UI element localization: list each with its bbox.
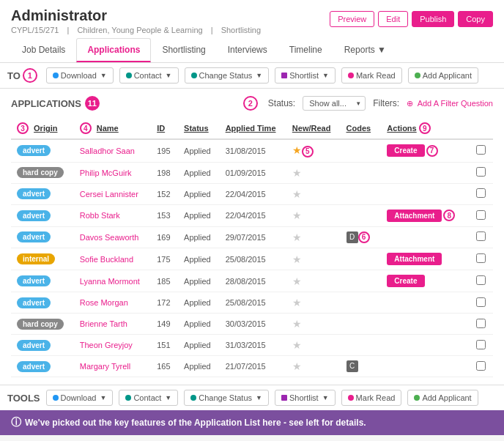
applicant-link[interactable]: Robb Stark [80,211,120,220]
row-checkbox[interactable] [476,297,486,307]
cell-actions [381,292,470,314]
cell-id: 149 [151,314,178,335]
annotation-4: 4 [80,122,92,134]
star-icon[interactable]: ★ [292,318,302,330]
shortlist-icon [281,73,287,78]
annotation-7: 7 [426,145,438,157]
origin-badge: internal [17,253,55,264]
cell-id: 165 [151,356,178,377]
applicant-link[interactable]: Salladhor Saan [80,147,135,155]
annotation-1: 1 [23,68,37,83]
star-icon[interactable]: ★ [292,144,302,156]
shortlist-button[interactable]: Shortlist ▼ [275,67,336,84]
row-checkbox[interactable] [476,188,486,198]
row-checkbox[interactable] [476,167,486,177]
create-button[interactable]: Create [387,144,424,157]
applicant-link[interactable]: Margary Tyrell [80,362,130,371]
applicant-link[interactable]: Cersei Lannister [80,190,138,199]
star-icon[interactable]: ★ [292,210,302,221]
row-checkbox[interactable] [476,231,486,241]
applicant-link[interactable]: Lyanna Mormont [80,277,140,286]
cell-applied-time: 31/03/2015 [220,335,286,356]
cell-id: 169 [151,226,178,248]
status-select[interactable]: Show all... [303,96,366,111]
applicant-link[interactable]: Sofie Buckland [80,255,133,264]
tab-shortlisting[interactable]: Shortlisting [151,38,216,62]
row-checkbox[interactable] [476,145,486,155]
cell-status: Applied [178,183,220,204]
cell-codes [341,183,382,204]
change-status-button[interactable]: Change Status ▼ [185,67,270,84]
row-checkbox[interactable] [476,253,486,263]
bt-download-button[interactable]: Download ▼ [46,390,114,406]
star-icon[interactable]: ★ [292,253,302,265]
tab-applications[interactable]: Applications [76,38,151,62]
cell-origin: advert [11,204,74,226]
bt-contact-icon [125,395,131,401]
cell-id: 175 [151,248,178,270]
cell-status: Applied [178,356,220,377]
row-checkbox[interactable] [476,210,486,220]
star-icon[interactable]: ★ [292,339,302,351]
col-status[interactable]: Status [178,118,220,139]
bt-mark-read-button[interactable]: Mark Read [341,390,402,406]
tab-timeline[interactable]: Timeline [278,38,333,62]
star-icon[interactable]: ★ [292,188,302,200]
publish-button[interactable]: Publish [412,11,454,27]
applicant-link[interactable]: Brienne Tarth [80,319,127,328]
bt-shortlist-icon [281,395,287,401]
star-icon[interactable]: ★ [292,297,302,308]
col-new-read[interactable]: New/Read [286,118,341,139]
bt-add-applicant-button[interactable]: Add Applicant [407,390,478,406]
cell-checkbox [470,248,493,270]
row-checkbox[interactable] [476,319,486,328]
bt-change-status-button[interactable]: Change Status ▼ [184,390,269,406]
col-actions[interactable]: Actions 9 [381,118,470,139]
col-origin[interactable]: 3 Origin [11,118,74,139]
add-applicant-button[interactable]: Add Applicant [408,67,478,84]
applicant-link[interactable]: Theon Greyjoy [80,341,133,349]
copy-button[interactable]: Copy [458,11,493,27]
star-icon[interactable]: ★ [292,167,302,179]
star-icon[interactable]: ★ [292,231,302,243]
annotation-6: 6 [358,231,370,243]
row-checkbox[interactable] [476,275,486,285]
applicant-link[interactable]: Davos Seaworth [80,233,139,242]
bt-contact-button[interactable]: Contact ▼ [119,390,178,406]
star-icon[interactable]: ★ [292,275,302,287]
main-content: APPLICATIONS 11 2 Status: Show all... Fi… [0,89,504,385]
status-label: Status: [268,98,295,108]
add-filter-link[interactable]: ⊕ Add A Filter Question [407,99,493,108]
page-title: Administrator [11,7,267,24]
cell-actions: Create7 [381,139,470,162]
row-checkbox[interactable] [476,361,486,371]
tab-reports[interactable]: Reports ▼ [333,38,397,62]
cell-applied-time: 22/04/2015 [220,183,286,204]
plus-icon: ⊕ [407,99,413,108]
download-button[interactable]: Download ▼ [46,67,114,84]
cell-actions [381,335,470,356]
bt-shortlist-button[interactable]: Shortlist ▼ [275,390,336,406]
col-id[interactable]: ID [151,118,178,139]
tab-interviews[interactable]: Interviews [217,38,278,62]
contact-button[interactable]: Contact ▼ [119,67,179,84]
cell-checkbox [470,162,493,183]
row-checkbox[interactable] [476,340,486,349]
attachment-button[interactable]: Attachment [387,210,442,222]
col-codes[interactable]: Codes [341,118,382,139]
tab-job-details[interactable]: Job Details [11,38,76,62]
preview-button[interactable]: Preview [330,11,374,27]
create-button[interactable]: Create [387,275,424,287]
cell-codes [341,270,382,292]
attachment-button[interactable]: Attachment [387,253,442,265]
edit-button[interactable]: Edit [378,11,408,27]
code-badge: C [346,360,358,372]
applicant-link[interactable]: Rose Morgan [80,298,128,307]
star-icon[interactable]: ★ [292,360,302,372]
department: Children, Young People & Learning [77,26,202,34]
applicant-link[interactable]: Philip McGuirk [80,168,132,177]
mark-read-button[interactable]: Mark Read [341,67,402,84]
col-name[interactable]: 4 Name [74,118,151,139]
cell-codes: D6 [341,226,382,248]
col-applied-time[interactable]: Applied Time [220,118,286,139]
